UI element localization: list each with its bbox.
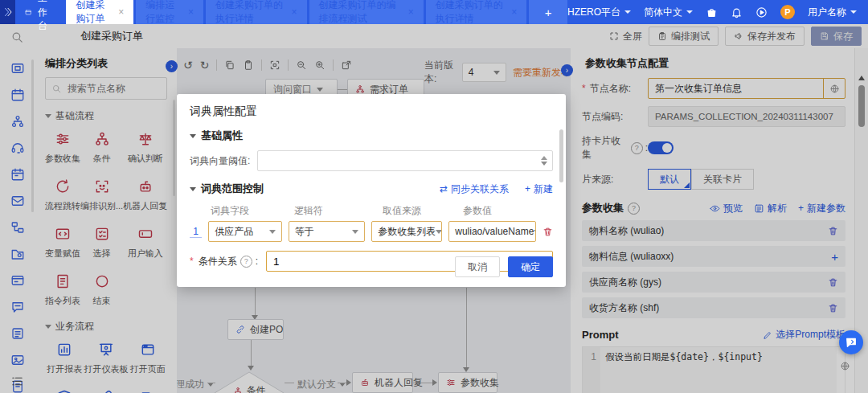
new-row-link[interactable]: + 新建 — [525, 182, 553, 196]
chevron-down-icon — [436, 230, 442, 234]
range-control-section[interactable]: 词典范围控制 ⇄ 同步关联关系 + 新建 — [190, 182, 553, 196]
tab-exec-detail-1[interactable]: 创建采购订单的执行详情 × — [206, 0, 307, 24]
dict-property-modal: 词典属性配置 基础属性 词典向量阈值: 词典范围控制 ⇄ 同步关联关系 + — [177, 94, 566, 287]
modal-title: 词典属性配置 — [190, 104, 553, 119]
col-source: 取值来源 — [383, 204, 463, 218]
range-table-row: 1 供应产品 等于 参数收集列表 wuliao/valueName — [190, 221, 553, 242]
spin-up-icon[interactable] — [541, 156, 547, 160]
tab-exec-detail-2[interactable]: 创建采购订单的执行详情 × — [426, 0, 527, 24]
tab-label: 编排运行监控 — [145, 0, 182, 26]
platform-menu[interactable]: HZERO平台 — [567, 6, 631, 19]
range-actions: ⇄ 同步关联关系 + 新建 — [440, 182, 553, 196]
market-icon[interactable] — [706, 6, 718, 18]
chevron-down-icon — [269, 230, 276, 234]
plus-icon: + — [525, 183, 530, 194]
section-label: 词典范围控制 — [201, 182, 264, 196]
close-icon[interactable]: × — [511, 7, 517, 17]
user-menu[interactable]: 用户名称 — [808, 6, 857, 19]
tab-label: 创建采购订单的编排流程测试 — [319, 0, 403, 26]
colon: : — [256, 256, 258, 267]
threshold-field[interactable] — [257, 150, 553, 171]
col-field: 词典字段 — [211, 204, 294, 218]
help-icon[interactable]: ? — [240, 256, 252, 268]
topbar-right: HZERO平台 简体中文 P 用户名称 — [567, 0, 868, 24]
sync-relation-link[interactable]: ⇄ 同步关联关系 — [440, 182, 509, 196]
tab-label: 创建采购订单 — [76, 0, 113, 26]
avatar[interactable]: P — [780, 5, 795, 19]
section-label: 基础属性 — [201, 129, 243, 143]
modal-scrollbar[interactable] — [559, 129, 563, 182]
tab-label: 工作台 — [38, 0, 56, 33]
field-select[interactable]: 供应产品 — [208, 221, 282, 242]
tab-label: 创建采购订单的执行详情 — [436, 0, 506, 26]
cancel-button[interactable]: 取消 — [455, 256, 500, 277]
language-label: 简体中文 — [644, 6, 682, 19]
language-menu[interactable]: 简体中文 — [644, 6, 693, 19]
username-label: 用户名称 — [808, 6, 846, 19]
tab-workbench[interactable]: 工作台 — [15, 0, 66, 24]
play-circle-icon[interactable] — [755, 6, 768, 18]
app-window: 工作台 创建采购订单 × 编排运行监控 × 创建采购订单的执行详情 × 创建采购… — [0, 0, 868, 393]
value-select[interactable]: wuliao/valueName — [448, 221, 536, 242]
chevron-down-icon — [624, 10, 631, 14]
threshold-row: 词典向量阈值: — [190, 150, 553, 171]
spin-down-icon[interactable] — [541, 162, 547, 166]
threshold-label: 词典向量阈值: — [190, 154, 257, 168]
chevron-down-icon — [190, 187, 196, 191]
tab-run-monitor[interactable]: 编排运行监控 × — [136, 0, 203, 24]
tab-flow-test[interactable]: 创建采购订单的编排流程测试 × — [309, 0, 424, 24]
row-index[interactable]: 1 — [190, 226, 202, 238]
new-tab-button[interactable]: + — [529, 0, 567, 24]
trash-icon[interactable] — [542, 227, 553, 237]
basic-attr-section[interactable]: 基础属性 — [190, 129, 553, 143]
modal-footer: 取消 确定 — [455, 256, 553, 277]
relation-label: 条件关系 — [199, 255, 237, 268]
top-nav-bar: 工作台 创建采购订单 × 编排运行监控 × 创建采购订单的执行详情 × 创建采购… — [0, 0, 868, 24]
sync-icon: ⇄ — [440, 183, 448, 194]
close-icon[interactable]: × — [292, 7, 297, 17]
chevron-down-icon — [534, 230, 536, 234]
required-mark: * — [190, 256, 194, 267]
operator-select[interactable]: 等于 — [289, 221, 365, 242]
chat-icon — [845, 336, 858, 349]
close-icon[interactable]: × — [408, 7, 414, 17]
threshold-input[interactable] — [258, 155, 536, 167]
chevron-down-icon — [190, 134, 196, 138]
brand-logo — [0, 0, 15, 24]
source-select[interactable]: 参数收集列表 — [371, 221, 442, 242]
chevron-down-icon — [686, 10, 693, 14]
col-operator: 逻辑符 — [294, 204, 383, 218]
assistant-fab[interactable] — [839, 330, 863, 354]
notification-bell-icon[interactable] — [731, 6, 743, 18]
chevron-down-icon — [850, 10, 857, 14]
logo-icon — [2, 6, 14, 18]
tab-create-purchase-order[interactable]: 创建采购订单 × — [66, 0, 133, 24]
ok-button[interactable]: 确定 — [508, 256, 553, 277]
tab-label: 创建采购订单的执行详情 — [215, 0, 286, 26]
col-value: 参数值 — [463, 204, 492, 218]
workbench-icon — [25, 7, 31, 18]
platform-label: HZERO平台 — [567, 6, 620, 19]
chevron-down-icon — [352, 230, 358, 234]
range-table-header: 词典字段 逻辑符 取值来源 参数值 — [211, 204, 553, 218]
close-icon[interactable]: × — [118, 7, 124, 17]
close-icon[interactable]: × — [188, 7, 194, 17]
number-spinner[interactable] — [536, 156, 552, 166]
